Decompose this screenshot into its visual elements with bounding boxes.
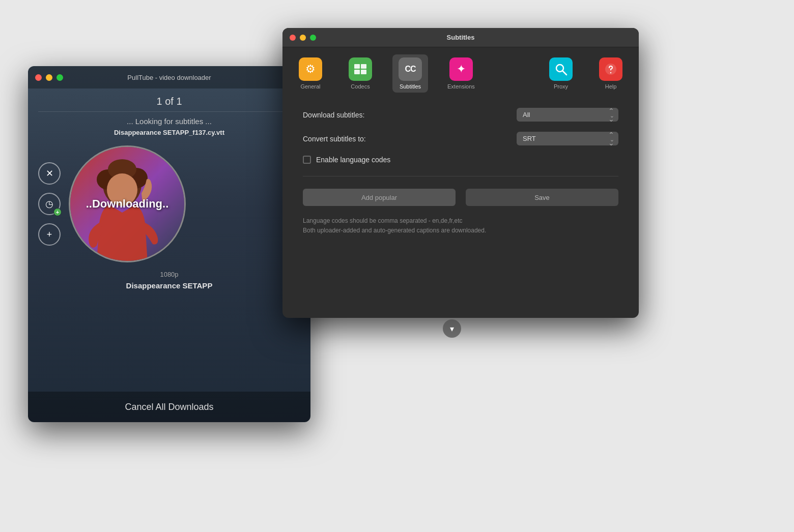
- prefs-tab-extensions-label: Extensions: [447, 83, 475, 90]
- prefs-titlebar: Subtitles: [282, 28, 639, 47]
- scroll-down-area: ▾: [443, 319, 461, 338]
- subtitles-icon: CC: [399, 57, 422, 81]
- prefs-content: Download subtitles: All None Selected ⌃⌄…: [282, 98, 639, 318]
- pt-status: ... Looking for subtitles ...: [127, 117, 212, 126]
- download-subtitles-select-wrapper: All None Selected ⌃⌄: [517, 108, 618, 122]
- pt-traffic-lights: [35, 74, 63, 81]
- chevron-down-icon: ▾: [450, 324, 454, 334]
- prefs-note: Language codes should be comma separated…: [303, 216, 618, 235]
- prefs-note-line2: Both uploader-added and auto-generated c…: [303, 227, 486, 234]
- pt-filename: Disappearance SETAPP_f137.cy.vtt: [114, 129, 224, 136]
- prefs-tab-proxy-label: Proxy: [554, 83, 568, 90]
- convert-subtitles-row: Convert subtitles to: SRT VTT ASS None ⌃…: [303, 132, 618, 145]
- pt-middle-row: ✕ ◷ + +: [38, 145, 300, 262]
- pt-clock-badge: +: [53, 208, 62, 216]
- enable-language-codes-label: Enable language codes: [316, 156, 390, 164]
- prefs-tab-help-label: Help: [605, 83, 617, 90]
- pt-thumbnail: ..Downloading..: [69, 145, 186, 262]
- codecs-svg-icon: [354, 64, 367, 75]
- add-popular-button[interactable]: Add popular: [303, 189, 456, 206]
- help-icon: [599, 57, 622, 81]
- convert-subtitles-select[interactable]: SRT VTT ASS None: [517, 132, 618, 145]
- enable-language-codes-checkbox[interactable]: [303, 156, 311, 164]
- convert-subtitles-label: Convert subtitles to:: [303, 135, 366, 143]
- prefs-tab-codecs-label: Codecs: [351, 83, 370, 90]
- pt-maximize-button[interactable]: [56, 74, 63, 81]
- enable-language-codes-row: Enable language codes: [303, 156, 618, 164]
- prefs-tab-help[interactable]: Help: [593, 54, 629, 93]
- svg-rect-5: [354, 64, 360, 69]
- close-icon: ✕: [46, 168, 53, 179]
- prefs-traffic-lights: [290, 35, 316, 41]
- prefs-toolbar: ⚙ General Codecs CC Subtitles ✦ Extensio…: [282, 47, 639, 98]
- pulltube-window: PullTube - video downloader 1 of 1 ... L…: [28, 66, 310, 422]
- pt-cancel-all-button[interactable]: Cancel All Downloads: [125, 402, 213, 412]
- svg-point-12: [610, 72, 611, 73]
- pt-divider: [38, 111, 300, 112]
- help-svg-icon: [604, 63, 617, 76]
- pt-close-download-button[interactable]: ✕: [38, 162, 61, 185]
- pt-footer[interactable]: Cancel All Downloads: [28, 392, 310, 422]
- download-subtitles-select[interactable]: All None Selected: [517, 108, 618, 122]
- prefs-tab-extensions[interactable]: ✦ Extensions: [442, 54, 480, 93]
- pt-add-button[interactable]: +: [38, 223, 61, 246]
- clock-icon: ◷: [45, 198, 53, 210]
- prefs-minimize-button[interactable]: [300, 35, 306, 41]
- plus-icon: +: [47, 229, 52, 240]
- pt-side-buttons: ✕ ◷ + +: [38, 162, 61, 246]
- proxy-search-icon: [554, 63, 568, 76]
- convert-subtitles-select-wrapper: SRT VTT ASS None ⌃⌄: [517, 132, 618, 145]
- prefs-divider: [303, 176, 618, 176]
- prefs-tab-subtitles[interactable]: CC Subtitles: [392, 54, 428, 93]
- svg-line-10: [562, 71, 566, 75]
- pt-window-title: PullTube - video downloader: [127, 74, 211, 81]
- svg-rect-7: [354, 70, 360, 74]
- prefs-tab-general[interactable]: ⚙ General: [293, 54, 328, 93]
- prefs-note-line1: Language codes should be comma separated…: [303, 217, 463, 224]
- prefs-tab-general-label: General: [300, 83, 320, 90]
- pt-video-title: Disappearance SETAPP: [126, 281, 213, 290]
- general-icon: ⚙: [299, 57, 322, 81]
- prefs-tab-codecs[interactable]: Codecs: [343, 54, 378, 93]
- svg-rect-6: [361, 64, 366, 69]
- scroll-down-button[interactable]: ▾: [443, 319, 461, 338]
- pt-downloading-text: ..Downloading..: [86, 197, 169, 211]
- prefs-tab-proxy[interactable]: Proxy: [543, 54, 579, 93]
- pt-thumbnail-bg: ..Downloading..: [70, 147, 184, 261]
- proxy-icon: [549, 57, 573, 81]
- prefs-tab-subtitles-label: Subtitles: [400, 83, 421, 90]
- pt-body: 1 of 1 ... Looking for subtitles ... Dis…: [28, 88, 310, 392]
- codecs-icon: [349, 57, 372, 81]
- prefs-maximize-button[interactable]: [310, 35, 316, 41]
- pt-quality: 1080p: [160, 271, 178, 278]
- download-subtitles-row: Download subtitles: All None Selected ⌃⌄: [303, 108, 618, 122]
- svg-rect-8: [361, 70, 366, 74]
- pt-counter: 1 of 1: [156, 96, 182, 107]
- download-subtitles-label: Download subtitles:: [303, 111, 364, 119]
- prefs-action-row: Add popular Save: [303, 189, 618, 206]
- pt-titlebar: PullTube - video downloader: [28, 66, 310, 88]
- pt-close-button[interactable]: [35, 74, 42, 81]
- prefs-close-button[interactable]: [290, 35, 296, 41]
- pt-minimize-button[interactable]: [46, 74, 52, 81]
- save-button[interactable]: Save: [466, 189, 618, 206]
- prefs-window-title: Subtitles: [447, 34, 475, 41]
- prefs-window: Subtitles ⚙ General Codecs CC Subtitles …: [282, 28, 639, 318]
- extensions-icon: ✦: [449, 57, 473, 81]
